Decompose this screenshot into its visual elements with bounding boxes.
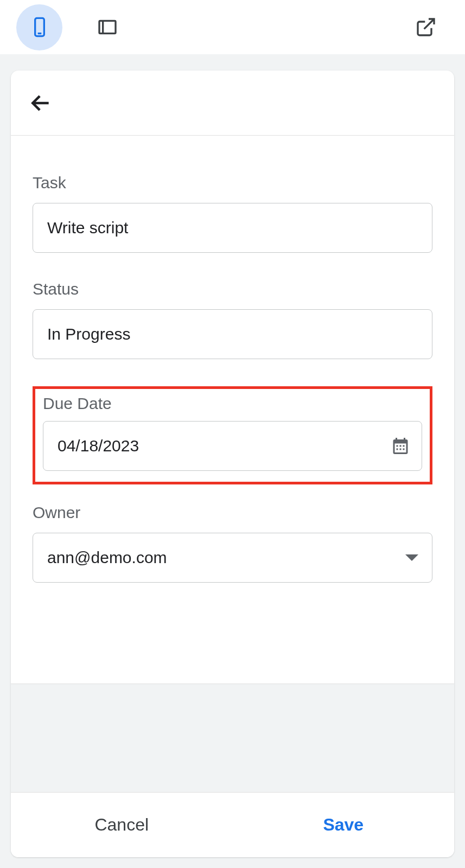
open-external-button[interactable] bbox=[403, 4, 449, 50]
toolbar-left bbox=[16, 4, 130, 50]
due-date-field-group: Due Date bbox=[33, 386, 432, 484]
svg-rect-2 bbox=[99, 21, 116, 33]
task-label: Task bbox=[33, 174, 432, 192]
tablet-icon bbox=[97, 16, 118, 38]
card-header bbox=[11, 71, 454, 136]
form-card: Task Status Due Date Owner bbox=[11, 71, 454, 857]
date-input-wrap bbox=[43, 421, 422, 471]
form-body: Task Status Due Date Owner bbox=[11, 136, 454, 684]
mobile-view-button[interactable] bbox=[16, 4, 62, 50]
status-field-group: Status bbox=[33, 280, 432, 359]
owner-field-group: Owner bbox=[33, 503, 432, 583]
task-field-group: Task bbox=[33, 174, 432, 253]
tablet-view-button[interactable] bbox=[84, 4, 130, 50]
owner-select-wrap bbox=[33, 533, 432, 583]
due-date-input[interactable] bbox=[43, 421, 422, 471]
cancel-button[interactable]: Cancel bbox=[11, 793, 233, 857]
task-input[interactable] bbox=[33, 203, 432, 253]
form-footer: Cancel Save bbox=[11, 792, 454, 857]
owner-label: Owner bbox=[33, 503, 432, 522]
arrow-left-icon bbox=[29, 91, 53, 115]
back-button[interactable] bbox=[27, 90, 54, 117]
device-toolbar bbox=[0, 0, 465, 54]
form-spacer bbox=[11, 684, 454, 792]
status-label: Status bbox=[33, 280, 432, 298]
mobile-icon bbox=[29, 16, 50, 38]
owner-select[interactable] bbox=[33, 533, 432, 583]
preview-area: Task Status Due Date Owner bbox=[0, 54, 465, 868]
svg-line-4 bbox=[424, 19, 434, 29]
due-date-label: Due Date bbox=[43, 394, 422, 413]
save-button[interactable]: Save bbox=[233, 793, 455, 857]
external-link-icon bbox=[415, 16, 437, 38]
status-input[interactable] bbox=[33, 309, 432, 359]
